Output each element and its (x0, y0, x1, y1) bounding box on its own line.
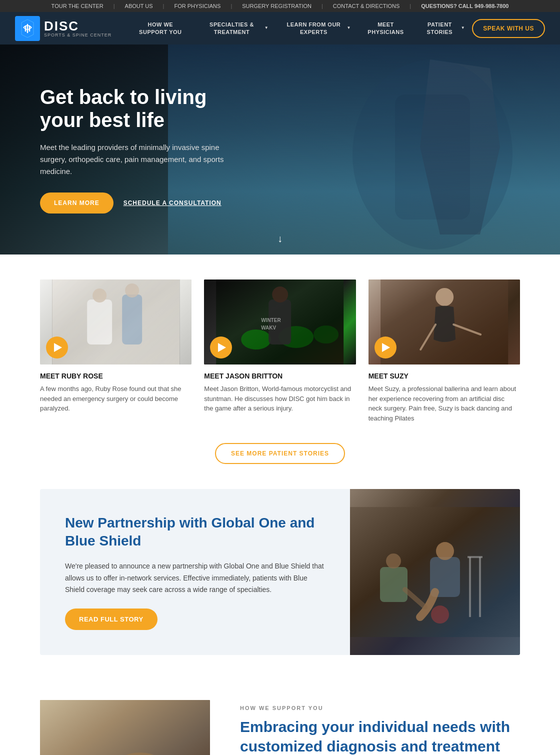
nav-specialties-arrow: ▼ (264, 26, 268, 30)
partnership-section: New Partnership with Global One and Blue… (40, 489, 520, 655)
nav-links: HOW WE SUPPORT YOU SPECIALTIES & TREATME… (126, 12, 545, 44)
bottom-section: HOW WE SUPPORT YOU Embracing your indivi… (0, 680, 560, 755)
svg-rect-22 (380, 567, 408, 602)
hero-section: Get back to living your best life Meet t… (0, 44, 560, 254)
story-card-jason: WINTER WAKV MEET JASON BRITTON Meet Jaso… (204, 280, 356, 423)
svg-point-7 (92, 288, 106, 302)
svg-point-11 (314, 326, 338, 344)
bottom-image (40, 700, 210, 755)
svg-point-5 (125, 284, 139, 298)
partnership-title: New Partnership with Global One and Blue… (65, 514, 325, 550)
svg-text:WAKV: WAKV (261, 325, 276, 330)
story-desc-jason: Meet Jason Britton, World-famous motorcy… (204, 384, 356, 414)
svg-point-27 (431, 606, 449, 624)
svg-rect-28 (40, 700, 210, 755)
see-more-wrapper: SEE MORE PATIENT STORIES (40, 443, 520, 464)
bottom-content: HOW WE SUPPORT YOU Embracing your indivi… (240, 700, 520, 755)
hero-subtitle: Meet the leading providers of minimally … (40, 142, 235, 178)
top-bar: TOUR THE CENTER | ABOUT US | FOR PHYSICI… (0, 0, 560, 12)
play-button-jason[interactable] (210, 336, 232, 358)
sep1: | (114, 3, 115, 9)
story-desc-suzy: Meet Suzy, a professional ballerina and … (368, 384, 520, 423)
read-full-story-button[interactable]: READ FULL STORY (65, 608, 158, 630)
nav-stories-arrow: ▼ (461, 26, 465, 30)
learn-more-button[interactable]: LEARN MORE (40, 192, 114, 214)
svg-point-18 (436, 288, 454, 306)
story-card-ruby: MEET RUBY ROSE A few months ago, Ruby Ro… (40, 280, 192, 423)
nav-learn-from[interactable]: LEARN FROM OUR EXPERTS ▼ (276, 12, 358, 44)
logo-icon (15, 16, 40, 41)
story-image-ruby (40, 280, 192, 364)
stories-grid: MEET RUBY ROSE A few months ago, Ruby Ro… (40, 280, 520, 423)
speak-with-us-button[interactable]: SPEAK WITH US (472, 19, 545, 38)
partnership-text: New Partnership with Global One and Blue… (40, 489, 350, 655)
partnership-image (350, 489, 520, 655)
topbar-phone: QUESTIONS? CALL 949-988-7800 (421, 3, 508, 9)
story-title-jason: MEET JASON BRITTON (204, 372, 356, 380)
svg-point-23 (386, 554, 401, 568)
patient-stories-section: MEET RUBY ROSE A few months ago, Ruby Ro… (0, 254, 560, 489)
play-button-suzy[interactable] (374, 336, 396, 358)
svg-point-13 (272, 286, 288, 302)
topbar-link-contact[interactable]: CONTACT & DIRECTIONS (333, 3, 400, 9)
sep4: | (322, 3, 323, 9)
hero-buttons: LEARN MORE SCHEDULE A CONSULTATION (40, 192, 235, 214)
svg-rect-3 (52, 280, 180, 364)
svg-point-21 (436, 542, 454, 560)
play-button-ruby[interactable] (46, 336, 68, 358)
nav-patient-stories[interactable]: PATIENT STORIES ▼ (414, 12, 472, 44)
schedule-consultation-button[interactable]: SCHEDULE A CONSULTATION (124, 200, 222, 206)
sep2: | (163, 3, 164, 9)
svg-text:WINTER: WINTER (261, 318, 281, 323)
main-nav: DISC Sports & Spine Center HOW WE SUPPOR… (0, 12, 560, 44)
story-desc-ruby: A few months ago, Ruby Rose found out th… (40, 384, 192, 414)
svg-rect-6 (87, 300, 112, 344)
story-title-suzy: MEET SUZY (368, 372, 520, 380)
hero-title: Get back to living your best life (40, 86, 235, 132)
section-label: HOW WE SUPPORT YOU (240, 705, 520, 711)
story-card-suzy: MEET SUZY Meet Suzy, a professional ball… (368, 280, 520, 423)
logo-disc-text: DISC (44, 20, 112, 32)
topbar-link-physicians[interactable]: FOR PHYSICIANS (174, 3, 220, 9)
svg-rect-1 (395, 94, 470, 220)
logo-text: DISC Sports & Spine Center (44, 20, 112, 38)
topbar-link-surgery[interactable]: SURGERY REGISTRATION (242, 3, 312, 9)
bottom-title: Embracing your individual needs with cus… (240, 717, 520, 755)
nav-meet-physicians[interactable]: MEET PHYSICIANS (358, 12, 414, 44)
topbar-link-tour[interactable]: TOUR THE CENTER (52, 3, 104, 9)
logo-subtitle-text: Sports & Spine Center (44, 32, 112, 38)
story-image-suzy (368, 280, 520, 364)
hero-content: Get back to living your best life Meet t… (0, 86, 275, 214)
sep3: | (230, 3, 232, 9)
story-title-ruby: MEET RUBY ROSE (40, 372, 192, 380)
nav-learn-arrow: ▼ (347, 26, 351, 30)
nav-how-we-support[interactable]: HOW WE SUPPORT YOU (126, 12, 194, 44)
nav-specialties[interactable]: SPECIALTIES & TREATMENT ▼ (194, 12, 276, 44)
scroll-down-arrow[interactable]: ↓ (278, 233, 282, 244)
sep5: | (410, 3, 411, 9)
hero-image (345, 54, 520, 254)
see-more-stories-button[interactable]: SEE MORE PATIENT STORIES (215, 443, 345, 464)
logo[interactable]: DISC Sports & Spine Center (15, 16, 112, 41)
svg-point-9 (241, 330, 271, 350)
story-image-jason: WINTER WAKV (204, 280, 356, 364)
play-icon-jason (218, 343, 226, 352)
topbar-link-about[interactable]: ABOUT US (125, 3, 153, 9)
play-icon-ruby (54, 343, 62, 352)
partnership-desc: We're pleased to announce a new partners… (65, 560, 325, 596)
svg-rect-4 (122, 294, 142, 344)
play-icon-suzy (382, 343, 390, 352)
